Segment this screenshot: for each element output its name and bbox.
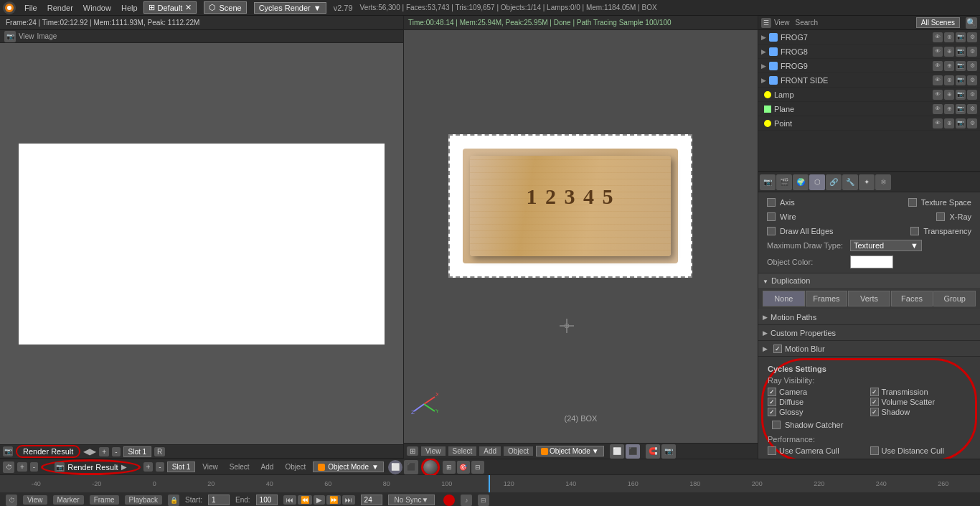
- menu-help[interactable]: Help: [117, 2, 142, 14]
- image-menu[interactable]: Image: [37, 32, 57, 40]
- object-btn[interactable]: Object: [504, 446, 533, 456]
- layout-close-icon[interactable]: ✕: [185, 3, 192, 12]
- point-sel[interactable]: ⊕: [944, 118, 954, 128]
- object-mode-tl[interactable]: Object Mode▼: [313, 462, 384, 472]
- next-frame-btn[interactable]: ⏩: [326, 495, 341, 505]
- plane-set[interactable]: ⚙: [967, 104, 977, 114]
- camera-checkbox[interactable]: [768, 388, 776, 396]
- frog9-set-icon[interactable]: ⚙: [967, 61, 977, 71]
- extra-footer-icon[interactable]: ⊟: [478, 495, 489, 506]
- frog9-rend-icon[interactable]: 📷: [956, 61, 966, 71]
- layout-selector[interactable]: ⊞ Default ✕: [143, 1, 197, 14]
- dup-faces-btn[interactable]: Faces: [891, 291, 933, 306]
- fs-sel[interactable]: ⊕: [944, 75, 954, 85]
- view-btn[interactable]: View: [421, 446, 446, 456]
- record-icon[interactable]: [443, 495, 455, 506]
- play-btn[interactable]: ▶: [314, 495, 325, 505]
- remove-slot-btn[interactable]: -: [112, 447, 120, 456]
- particles-icon[interactable]: ✦: [859, 174, 875, 190]
- render-props-icon[interactable]: 📷: [760, 174, 776, 190]
- view-label[interactable]: View: [774, 19, 790, 27]
- plane-rend[interactable]: 📷: [956, 104, 966, 114]
- diffuse-checkbox[interactable]: [768, 398, 776, 406]
- camera-icon[interactable]: 📷: [661, 444, 676, 459]
- scene-props-icon[interactable]: 🎬: [776, 174, 792, 190]
- dup-verts-btn[interactable]: Verts: [848, 291, 890, 306]
- point-set[interactable]: ⚙: [967, 118, 977, 128]
- plane-vis[interactable]: 👁: [933, 104, 943, 114]
- sync-selector[interactable]: No Sync▼: [388, 495, 435, 505]
- scene-selector-right[interactable]: All Scenes: [916, 17, 960, 28]
- add-slot-btn[interactable]: +: [99, 447, 109, 456]
- tl-remove-btn[interactable]: -: [30, 462, 38, 472]
- shading-ball[interactable]: [423, 460, 438, 474]
- view-btn-tl[interactable]: View: [198, 462, 222, 472]
- tl-extra-icon[interactable]: +: [143, 462, 154, 472]
- point-rend[interactable]: 📷: [956, 118, 966, 128]
- magnet-icon[interactable]: 🧲: [646, 444, 660, 459]
- cycles-dropdown-icon[interactable]: ▼: [314, 4, 321, 12]
- add-btn-tl[interactable]: Add: [257, 462, 278, 472]
- lamp-sel[interactable]: ⊕: [944, 90, 954, 100]
- solid-shade-icon[interactable]: ⬛: [626, 444, 640, 459]
- extra1[interactable]: ⊞: [443, 461, 456, 474]
- duplication-header[interactable]: Duplication: [758, 273, 980, 288]
- start-frame-input[interactable]: [208, 495, 230, 505]
- object-mode-selector[interactable]: Object Mode ▼: [536, 446, 604, 456]
- prev-frame-btn[interactable]: ⏪: [298, 495, 312, 505]
- plane-sel[interactable]: ⊕: [944, 104, 954, 114]
- lamp-set[interactable]: ⚙: [967, 90, 977, 100]
- frog9-vis-icon[interactable]: 👁: [933, 61, 943, 71]
- footer-marker-btn[interactable]: Marker: [53, 495, 84, 505]
- volume-scatter-checkbox[interactable]: [870, 398, 879, 406]
- outliner-item-frog8[interactable]: ▶ FROG8 👁 ⊕ 📷 ⚙: [758, 44, 980, 59]
- render-engine-selector[interactable]: Cycles Render ▼: [254, 2, 326, 14]
- footer-view-btn[interactable]: View: [23, 495, 47, 505]
- motion-blur-row[interactable]: ▶ Motion Blur: [758, 341, 980, 357]
- wire-shade-icon[interactable]: ⬜: [610, 444, 624, 459]
- viewport-menu-icon[interactable]: ⊞: [407, 446, 418, 456]
- render-result-button[interactable]: Render Result: [16, 445, 80, 458]
- fs-set[interactable]: ⚙: [967, 75, 977, 85]
- wire-checkbox[interactable]: [767, 212, 776, 221]
- frog8-set-icon[interactable]: ⚙: [967, 47, 977, 57]
- modifier-icon[interactable]: 🔧: [842, 174, 858, 190]
- shadow-checkbox[interactable]: [870, 408, 879, 416]
- slot-selector[interactable]: Slot 1: [123, 446, 152, 457]
- shade2-tl[interactable]: ⬛: [404, 460, 418, 474]
- outliner-item-frontside[interactable]: ▶ FRONT SIDE 👁 ⊕ 📷 ⚙: [758, 73, 980, 88]
- tl-extra-icon2[interactable]: -: [156, 462, 164, 472]
- frog8-rend-icon[interactable]: 📷: [956, 47, 966, 57]
- transparency-checkbox[interactable]: [910, 227, 919, 235]
- restrict-render-icon[interactable]: 📷: [956, 32, 966, 42]
- tl-add-btn[interactable]: +: [17, 462, 27, 472]
- constraints-icon[interactable]: 🔗: [826, 174, 842, 190]
- select-btn-tl[interactable]: Select: [225, 462, 254, 472]
- extra2[interactable]: 🎯: [457, 461, 470, 474]
- object-mode-arrow[interactable]: ▼: [592, 447, 599, 455]
- jump-start-btn[interactable]: ⏮: [283, 495, 296, 505]
- menu-file[interactable]: File: [20, 2, 42, 14]
- lamp-rend[interactable]: 📷: [956, 90, 966, 100]
- frog9-sel-icon[interactable]: ⊕: [944, 61, 954, 71]
- outliner-item-frog7[interactable]: ▶ FROG7 👁 ⊕ 📷 ⚙: [758, 30, 980, 44]
- frog8-vis-icon[interactable]: 👁: [933, 47, 943, 57]
- fs-vis[interactable]: 👁: [933, 75, 943, 85]
- shadow-catcher-checkbox[interactable]: [772, 421, 781, 429]
- audio-icon[interactable]: ♪: [461, 495, 472, 506]
- add-btn[interactable]: Add: [479, 446, 501, 456]
- motion-blur-checkbox[interactable]: [773, 345, 782, 353]
- dup-group-btn[interactable]: Group: [933, 291, 976, 306]
- outliner-item-frog9[interactable]: ▶ FROG9 👁 ⊕ 📷 ⚙: [758, 59, 980, 73]
- fs-rend[interactable]: 📷: [956, 75, 966, 85]
- outliner-item-plane[interactable]: Plane 👁 ⊕ 📷 ⚙: [758, 102, 980, 116]
- search-label[interactable]: Search: [796, 19, 819, 27]
- glossy-checkbox[interactable]: [768, 408, 776, 416]
- lamp-vis[interactable]: 👁: [933, 90, 943, 100]
- menu-window[interactable]: Window: [79, 2, 116, 14]
- restrict-view-icon[interactable]: 👁: [933, 32, 943, 42]
- current-frame-input[interactable]: [361, 495, 382, 505]
- blender-logo[interactable]: [3, 1, 16, 14]
- footer-playback-btn[interactable]: Playback: [125, 495, 163, 505]
- menu-render[interactable]: Render: [43, 2, 77, 14]
